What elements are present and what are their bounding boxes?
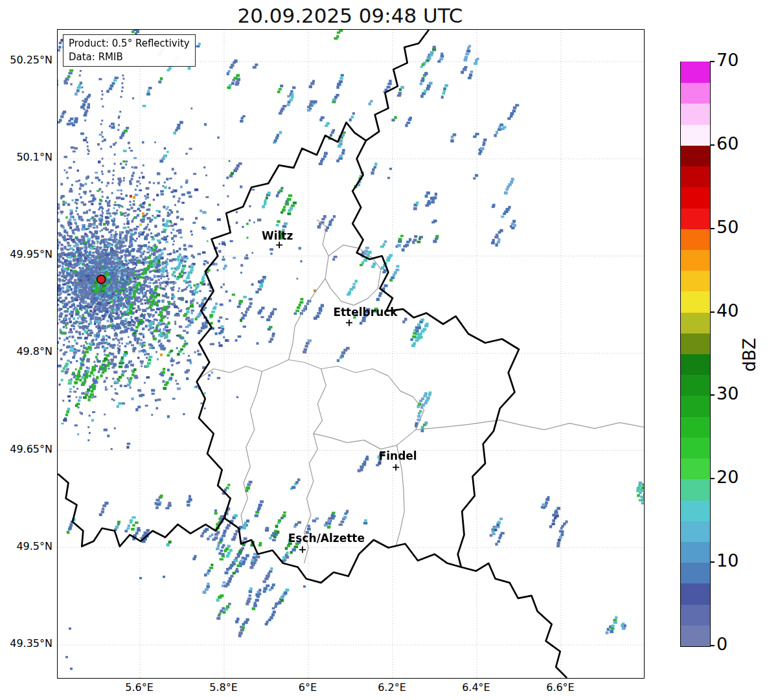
x-tick-label: 6.6°E: [531, 681, 590, 694]
figure-title: 20.09.2025 09:48 UTC: [57, 4, 643, 27]
city-marker: [276, 242, 282, 248]
colorbar-tick: [710, 645, 715, 646]
admin-border: [241, 372, 262, 528]
colorbar-tick-label: 10: [716, 550, 738, 570]
colorbar-tick-label: 70: [716, 50, 738, 70]
colorbar-segment: [681, 271, 710, 292]
city-label: Ettelbruck: [333, 306, 397, 319]
colorbar-segment: [681, 291, 710, 313]
colorbar-segment: [681, 354, 710, 375]
radar-site-marker: [97, 275, 106, 284]
colorbar-segment: [681, 62, 710, 83]
radar-figure: 20.09.2025 09:48 UTC Product: 0.5° Refle…: [0, 0, 767, 700]
y-tick-label: 49.5°N: [0, 540, 52, 552]
x-tick-label: 6.4°E: [447, 681, 505, 694]
admin-border: [314, 430, 416, 449]
colorbar-segment: [681, 521, 710, 542]
colorbar-segment: [681, 604, 710, 626]
colorbar-segment: [681, 541, 710, 563]
admin-border: [200, 360, 644, 430]
y-tick-label: 50.1°N: [0, 151, 52, 163]
national-border: [461, 563, 567, 678]
city-marker: [299, 547, 306, 553]
colorbar-tick: [710, 228, 715, 229]
colorbar-tick: [710, 61, 715, 62]
colorbar-segment: [681, 229, 710, 250]
colorbar-tick-label: 60: [716, 133, 738, 153]
colorbar-segment: [681, 396, 710, 417]
colorbar-segment: [681, 437, 710, 458]
colorbar-segment: [681, 458, 710, 479]
colorbar-tick-label: 20: [716, 467, 738, 487]
map-plot-area: Product: 0.5° Reflectivity Data: RMIB Wi…: [57, 29, 645, 679]
colorbar-segment: [681, 583, 710, 605]
colorbar-tick: [710, 478, 715, 479]
city-label: Wiltz: [262, 229, 293, 242]
product-label: Product: 0.5° Reflectivity: [69, 37, 190, 51]
colorbar-segment: [681, 563, 710, 584]
y-tick-label: 50.25°N: [0, 54, 52, 66]
y-tick-label: 49.35°N: [0, 637, 52, 649]
colorbar-tick: [710, 561, 715, 563]
colorbar-unit-label: dBZ: [740, 338, 759, 372]
colorbar-segment: [681, 333, 710, 354]
y-tick-label: 49.8°N: [0, 345, 52, 357]
border-layer: [58, 30, 644, 678]
city-label: Findel: [379, 449, 417, 462]
admin-border: [288, 220, 328, 359]
colorbar-segment: [681, 166, 710, 187]
reflectivity-colorbar: [680, 62, 711, 647]
national-border: [197, 122, 519, 583]
x-tick-label: 6.2°E: [363, 681, 421, 694]
colorbar-segment: [681, 83, 710, 104]
product-info-box: Product: 0.5° Reflectivity Data: RMIB: [63, 34, 196, 67]
national-border: [366, 30, 429, 141]
admin-border: [325, 245, 381, 305]
colorbar-segment: [681, 625, 710, 646]
colorbar-segment: [681, 124, 710, 146]
colorbar-segment: [681, 375, 710, 396]
x-tick-label: 6°E: [279, 681, 337, 694]
colorbar-segment: [681, 312, 710, 333]
colorbar-tick: [710, 311, 715, 313]
colorbar-tick: [710, 394, 715, 396]
colorbar-tick-label: 50: [716, 217, 738, 237]
colorbar-segment: [681, 104, 710, 125]
colorbar-segment: [681, 479, 710, 501]
colorbar-segment: [681, 145, 710, 166]
x-tick-label: 5.8°E: [194, 681, 253, 694]
colorbar-tick-label: 30: [716, 383, 738, 403]
city-marker: [393, 464, 399, 471]
colorbar-segment: [681, 416, 710, 438]
colorbar-tick-label: 40: [716, 300, 738, 321]
y-tick-label: 49.65°N: [0, 443, 52, 455]
colorbar-tick-label: 0: [716, 634, 727, 654]
colorbar-segment: [681, 208, 710, 229]
y-tick-label: 49.95°N: [0, 248, 52, 260]
colorbar-segment: [681, 500, 710, 521]
data-source-label: Data: RMIB: [69, 51, 190, 64]
x-tick-label: 5.6°E: [110, 681, 168, 694]
city-label: Esch/Alzette: [288, 532, 365, 545]
city-marker: [346, 319, 352, 326]
colorbar-segment: [681, 249, 710, 271]
colorbar-tick: [710, 144, 715, 146]
colorbar-segment: [681, 187, 710, 209]
national-border: [58, 474, 224, 547]
